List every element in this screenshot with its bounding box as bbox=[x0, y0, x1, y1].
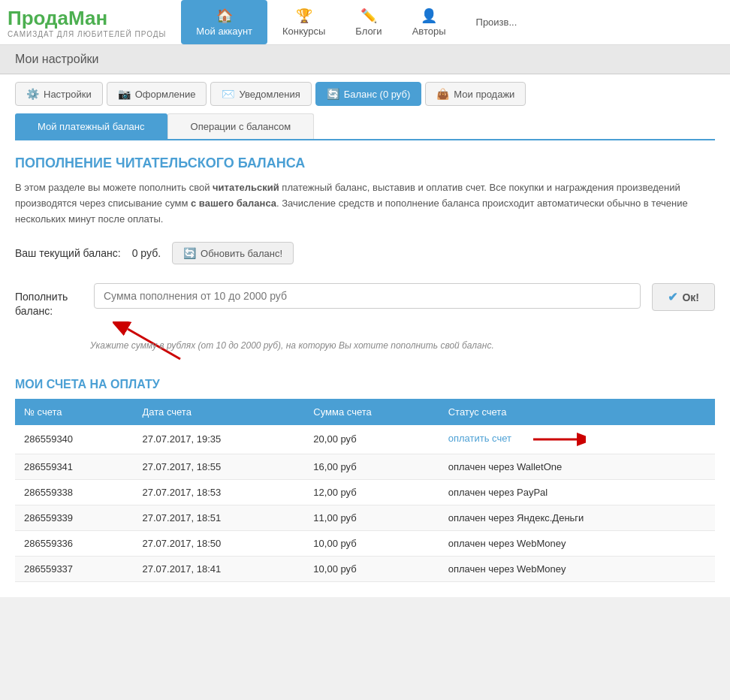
content-area: ПОПОЛНЕНИЕ ЧИТАТЕЛЬСКОГО БАЛАНСА В этом … bbox=[0, 140, 730, 597]
replenish-row: Пополнитьбаланс: ✔ Ок! bbox=[15, 283, 715, 317]
table-header: № счета Дата счета Сумма счета Статус сч… bbox=[15, 399, 715, 425]
main-nav: 🏠 Мой аккаунт 🏆 Конкурсы ✏️ Блоги 👤 Авто… bbox=[181, 0, 532, 44]
invoice-date: 27.07.2017, 19:35 bbox=[134, 425, 305, 454]
invoice-amount: 11,00 руб bbox=[304, 505, 439, 530]
refresh-icon: 🔄 bbox=[327, 88, 339, 100]
invoice-status: оплачен через WalletOne bbox=[439, 454, 715, 479]
trophy-icon: 🏆 bbox=[296, 8, 312, 24]
invoice-amount: 10,00 руб bbox=[304, 530, 439, 556]
tab-my-sales[interactable]: 👜 Мои продажи bbox=[425, 82, 526, 106]
table-red-arrow bbox=[526, 432, 586, 447]
logo-subtitle: САМИЗДАТ ДЛЯ ЛЮБИТЕЛЕЙ ПРОДЫ bbox=[8, 30, 166, 38]
sub-tabs: Мой платежный баланс Операции с балансом bbox=[15, 113, 715, 140]
refresh-btn-icon: 🔄 bbox=[183, 247, 196, 259]
ok-label: Ок! bbox=[682, 291, 699, 303]
invoice-amount: 16,00 руб bbox=[304, 454, 439, 479]
nav-tab-contests[interactable]: 🏆 Конкурсы bbox=[267, 0, 340, 44]
invoice-date: 27.07.2017, 18:51 bbox=[134, 505, 305, 530]
table-body: 28655934027.07.2017, 19:3520,00 рубоплат… bbox=[15, 425, 715, 582]
nav-tab-works[interactable]: Произв... bbox=[461, 0, 532, 44]
page-title-bar: Мои настройки bbox=[0, 45, 730, 74]
logo: ПродаМан САМИЗДАТ ДЛЯ ЛЮБИТЕЛЕЙ ПРОДЫ bbox=[8, 7, 166, 38]
invoice-date: 27.07.2017, 18:55 bbox=[134, 454, 305, 479]
nav-tab-blogs-label: Блоги bbox=[355, 26, 382, 37]
invoice-status: оплачен через WebMoney bbox=[439, 530, 715, 556]
tab-balance-label: Баланс (0 руб) bbox=[344, 89, 411, 100]
logo-green-part: Прода bbox=[8, 7, 68, 29]
tab-settings-label: Настройки bbox=[44, 89, 92, 100]
main-content: ⚙️ Настройки 📷 Оформление ✉️ Уведомления… bbox=[0, 74, 730, 597]
col-invoice-status: Статус счета bbox=[439, 399, 715, 425]
balance-row: Ваш текущий баланс: 0 руб. 🔄 Обновить ба… bbox=[15, 242, 715, 264]
invoice-amount: 12,00 руб bbox=[304, 479, 439, 505]
tab-notifications-label: Уведомления bbox=[239, 89, 300, 100]
table-row: 28655933727.07.2017, 18:4110,00 рубоплач… bbox=[15, 556, 715, 581]
sub-tab-balance-ops[interactable]: Операции с балансом bbox=[167, 113, 315, 139]
invoice-date: 27.07.2017, 18:50 bbox=[134, 530, 305, 556]
section-title: ПОПОЛНЕНИЕ ЧИТАТЕЛЬСКОГО БАЛАНСА bbox=[15, 155, 715, 171]
nav-tab-works-label: Произв... bbox=[476, 17, 517, 28]
header: ПродаМан САМИЗДАТ ДЛЯ ЛЮБИТЕЛЕЙ ПРОДЫ 🏠 … bbox=[0, 0, 730, 45]
nav-tab-my-account[interactable]: 🏠 Мой аккаунт bbox=[181, 0, 267, 44]
table-row: 28655934127.07.2017, 18:5516,00 рубоплач… bbox=[15, 454, 715, 479]
invoices-title: МОИ СЧЕТА НА ОПЛАТУ bbox=[15, 378, 715, 391]
ok-button[interactable]: ✔ Ок! bbox=[652, 283, 715, 311]
table-row: 28655933827.07.2017, 18:5312,00 рубоплач… bbox=[15, 479, 715, 505]
tab-my-sales-label: Мои продажи bbox=[454, 89, 514, 100]
nav-tab-my-account-label: Мой аккаунт bbox=[196, 26, 252, 37]
invoice-id: 286559340 bbox=[15, 425, 134, 454]
hint-text: Укажите сумму в рублях (от 10 до 2000 ру… bbox=[90, 340, 494, 351]
refresh-balance-button[interactable]: 🔄 Обновить баланс! bbox=[172, 242, 294, 264]
invoice-id: 286559336 bbox=[15, 530, 134, 556]
home-icon: 🏠 bbox=[216, 8, 233, 24]
user-icon: 👤 bbox=[421, 8, 437, 24]
pay-invoice-link[interactable]: оплатить счет bbox=[448, 433, 511, 444]
col-invoice-num: № счета bbox=[15, 399, 134, 425]
arrow-hint-area: Укажите сумму в рублях (от 10 до 2000 ру… bbox=[90, 321, 715, 363]
replenish-amount-input[interactable] bbox=[94, 283, 641, 309]
bag-icon: 👜 bbox=[436, 88, 449, 100]
balance-label: Ваш текущий баланс: bbox=[15, 247, 121, 259]
nav-tab-blogs[interactable]: ✏️ Блоги bbox=[340, 0, 397, 44]
pencil-icon: ✏️ bbox=[360, 8, 377, 24]
invoice-status: оплачен через PayPal bbox=[439, 479, 715, 505]
invoice-amount: 10,00 руб bbox=[304, 556, 439, 581]
replenish-label: Пополнитьбаланс: bbox=[15, 283, 83, 317]
logo-black-part: Ман bbox=[68, 7, 107, 29]
invoice-status: оплачен через Яндекс.Деньги bbox=[439, 505, 715, 530]
table-row: 28655934027.07.2017, 19:3520,00 рубоплат… bbox=[15, 425, 715, 454]
balance-amount: 0 руб. bbox=[132, 247, 161, 259]
invoice-amount: 20,00 руб bbox=[304, 425, 439, 454]
invoices-table: № счета Дата счета Сумма счета Статус сч… bbox=[15, 399, 715, 582]
nav-tab-contests-label: Конкурсы bbox=[282, 26, 325, 37]
sub-tab-my-balance[interactable]: Мой платежный баланс bbox=[15, 113, 167, 139]
invoice-status: оплатить счет bbox=[439, 425, 715, 454]
account-tabs: ⚙️ Настройки 📷 Оформление ✉️ Уведомления… bbox=[0, 74, 730, 113]
envelope-icon: ✉️ bbox=[222, 88, 234, 100]
col-invoice-date: Дата счета bbox=[134, 399, 305, 425]
table-row: 28655933927.07.2017, 18:5111,00 рубоплач… bbox=[15, 505, 715, 530]
table-row: 28655933627.07.2017, 18:5010,00 рубоплач… bbox=[15, 530, 715, 556]
tab-design[interactable]: 📷 Оформление bbox=[107, 82, 207, 106]
tab-settings[interactable]: ⚙️ Настройки bbox=[15, 82, 103, 106]
tab-design-label: Оформление bbox=[135, 89, 196, 100]
settings-icon: ⚙️ bbox=[26, 88, 39, 100]
check-icon: ✔ bbox=[668, 290, 677, 304]
description-text: В этом разделе вы можете пополнить свой … bbox=[15, 180, 715, 227]
invoice-id: 286559339 bbox=[15, 505, 134, 530]
invoice-id: 286559337 bbox=[15, 556, 134, 581]
nav-tab-authors-label: Авторы bbox=[412, 26, 446, 37]
refresh-btn-label: Обновить баланс! bbox=[201, 248, 282, 259]
invoice-date: 27.07.2017, 18:41 bbox=[134, 556, 305, 581]
camera-icon: 📷 bbox=[118, 88, 131, 100]
tab-notifications[interactable]: ✉️ Уведомления bbox=[210, 82, 311, 106]
invoice-status: оплачен через WebMoney bbox=[439, 556, 715, 581]
replenish-input-wrapper bbox=[94, 283, 641, 309]
logo-title: ПродаМан bbox=[8, 7, 166, 30]
col-invoice-amount: Сумма счета bbox=[304, 399, 439, 425]
invoice-id: 286559341 bbox=[15, 454, 134, 479]
tab-balance[interactable]: 🔄 Баланс (0 руб) bbox=[315, 82, 422, 106]
page-title: Мои настройки bbox=[15, 53, 715, 66]
nav-tab-authors[interactable]: 👤 Авторы bbox=[397, 0, 461, 44]
invoice-id: 286559338 bbox=[15, 479, 134, 505]
